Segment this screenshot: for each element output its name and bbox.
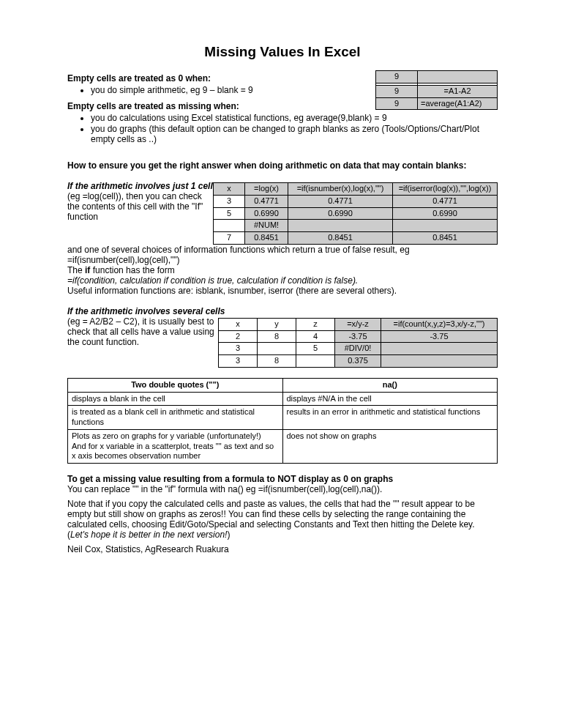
section-graphs: To get a missing value resulting from a …	[67, 474, 498, 494]
cell: 9	[376, 71, 418, 83]
count-table: xyz=x/y-z=if(count(x,y,z)=3,x/y-z,"") 28…	[218, 318, 498, 368]
text: You can replace "" in the "if" formula w…	[67, 484, 498, 494]
text: Useful information functions are: isblan…	[67, 286, 498, 296]
text: The if function has the form	[67, 265, 498, 275]
log-table: x=log(x)=if(isnumber(x),log(x),"")=if(is…	[213, 182, 498, 245]
heading: To get a missing value resulting from a …	[67, 474, 498, 484]
section-one-cell: x=log(x)=if(isnumber(x),log(x),"")=if(is…	[67, 181, 498, 245]
footer: Neil Cox, Statistics, AgResearch Ruakura	[67, 544, 498, 554]
cell: =A1-A2	[418, 85, 498, 97]
cell	[418, 71, 498, 83]
text: =if(condition, calculation if condition …	[67, 275, 498, 286]
section-several-cells: If the arithmetic involves several cells…	[67, 306, 498, 368]
bullet: you do calculations using Excel statisti…	[91, 113, 498, 123]
th: =log(x)	[245, 183, 288, 196]
bullet: you do graphs (this default option can b…	[91, 124, 498, 144]
compare-table-wrap: Two double quotes ("")na() displays a bl…	[67, 378, 498, 464]
note: Note that if you copy the calculated cel…	[67, 499, 498, 540]
cell: 9	[376, 85, 418, 97]
compare-table: Two double quotes ("")na() displays a bl…	[67, 378, 498, 464]
heading: How to ensure you get the right answer w…	[67, 160, 498, 171]
th: =if(iserror(log(x)),"",log(x))	[393, 183, 498, 196]
text: (eg =log(cell)), then you can check the …	[67, 191, 203, 222]
th: x	[214, 183, 245, 196]
subhead: If the arithmetic involves several cells	[67, 306, 498, 316]
mini-table: 9 9=A1-A2 9=average(A1:A2)	[375, 70, 498, 110]
text: (eg = A2/B2 – C2), it is usually best to…	[67, 316, 214, 347]
subhead: If the arithmetic involves just 1 cell	[67, 181, 213, 191]
page-title: Missing Values In Excel	[67, 44, 498, 60]
th: =if(isnumber(x),log(x),"")	[288, 183, 393, 196]
cell: 9	[376, 97, 418, 110]
page: Missing Values In Excel 9 9=A1-A2 9=aver…	[0, 0, 562, 728]
cell: =average(A1:A2)	[418, 97, 498, 110]
text: and one of several choices of informatio…	[67, 245, 498, 265]
